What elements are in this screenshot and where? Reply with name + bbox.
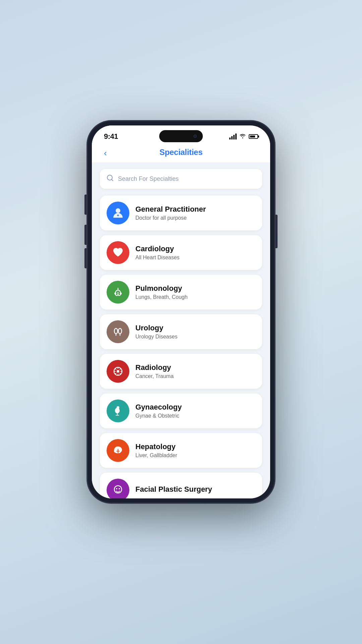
svg-point-6 [114, 328, 118, 334]
general-practitioner-info: General PractitionerDoctor for all purpo… [135, 205, 255, 221]
facial-plastic-surgery-name: Facial Plastic Surgery [135, 485, 255, 494]
radiology-icon [107, 360, 129, 383]
urology-desc: Urology Diseases [135, 334, 255, 340]
cardiology-name: Cardiology [135, 245, 255, 253]
page-title: Specialities [160, 148, 202, 157]
facial-plastic-surgery-icon [107, 479, 129, 498]
cardiology-info: CardiologyAll Heart Diseases [135, 245, 255, 261]
radiology-info: RadiologyCancer, Trauma [135, 363, 255, 379]
urology-icon [107, 320, 129, 343]
search-bar[interactable]: Search For Specialties [100, 169, 262, 189]
svg-point-9 [117, 370, 119, 373]
svg-point-1 [116, 208, 120, 213]
gynaecology-icon [107, 399, 129, 422]
battery-icon [249, 134, 258, 139]
search-icon [107, 174, 114, 183]
svg-point-5 [120, 292, 122, 294]
general-practitioner-name: General Practitioner [135, 205, 255, 214]
svg-point-7 [118, 328, 122, 334]
hepatology-icon [107, 439, 129, 462]
pulmonology-name: Pulmonology [135, 284, 255, 293]
pulmonology-info: PulmonologyLungs, Breath, Cough [135, 284, 255, 300]
specialty-list: General PractitionerDoctor for all purpo… [100, 196, 262, 498]
scroll-content[interactable]: Search For Specialties General Practitio… [92, 162, 270, 498]
urology-name: Urology [135, 324, 255, 332]
specialty-card-hepatology[interactable]: HepatologyLiver, Gallbladder [100, 433, 262, 468]
svg-point-4 [114, 292, 116, 294]
cardiology-desc: All Heart Diseases [135, 255, 255, 261]
specialty-card-urology[interactable]: UrologyUrology Diseases [100, 314, 262, 349]
wifi-icon [239, 133, 246, 140]
specialty-card-pulmonology[interactable]: PulmonologyLungs, Breath, Cough [100, 275, 262, 310]
specialty-card-facial-plastic-surgery[interactable]: Facial Plastic Surgery [100, 473, 262, 498]
specialty-card-cardiology[interactable]: CardiologyAll Heart Diseases [100, 235, 262, 270]
phone-wrapper: 9:41 ‹ Specialities [87, 121, 275, 503]
status-icons [229, 133, 258, 140]
facial-plastic-surgery-info: Facial Plastic Surgery [135, 485, 255, 495]
gynaecology-name: Gynaecology [135, 403, 255, 412]
radiology-desc: Cancer, Trauma [135, 373, 255, 379]
svg-point-13 [119, 488, 120, 489]
search-placeholder: Search For Specialties [118, 175, 179, 182]
pulmonology-icon [107, 281, 129, 304]
signal-bars-icon [229, 133, 237, 140]
gynaecology-desc: Gynae & Obstetric [135, 413, 255, 419]
hepatology-info: HepatologyLiver, Gallbladder [135, 442, 255, 459]
gynaecology-info: GynaecologyGynae & Obstetric [135, 403, 255, 419]
general-practitioner-desc: Doctor for all purpose [135, 215, 255, 221]
status-time: 9:41 [104, 132, 118, 141]
radiology-name: Radiology [135, 363, 255, 372]
cardiology-icon [107, 241, 129, 264]
general-practitioner-icon [107, 202, 129, 224]
camera-dot [193, 135, 197, 138]
urology-info: UrologyUrology Diseases [135, 324, 255, 340]
specialty-card-gynaecology[interactable]: GynaecologyGynae & Obstetric [100, 393, 262, 428]
pulmonology-desc: Lungs, Breath, Cough [135, 294, 255, 300]
hepatology-name: Hepatology [135, 442, 255, 451]
nav-bar: ‹ Specialities [92, 144, 270, 162]
svg-point-12 [116, 488, 117, 489]
hepatology-desc: Liver, Gallbladder [135, 452, 255, 459]
specialty-card-radiology[interactable]: RadiologyCancer, Trauma [100, 354, 262, 389]
dynamic-island [159, 130, 203, 142]
phone-screen: 9:41 ‹ Specialities [92, 125, 270, 498]
specialty-card-general-practitioner[interactable]: General PractitionerDoctor for all purpo… [100, 196, 262, 230]
back-button[interactable]: ‹ [104, 148, 107, 158]
svg-point-10 [117, 406, 119, 409]
svg-rect-3 [118, 214, 118, 216]
